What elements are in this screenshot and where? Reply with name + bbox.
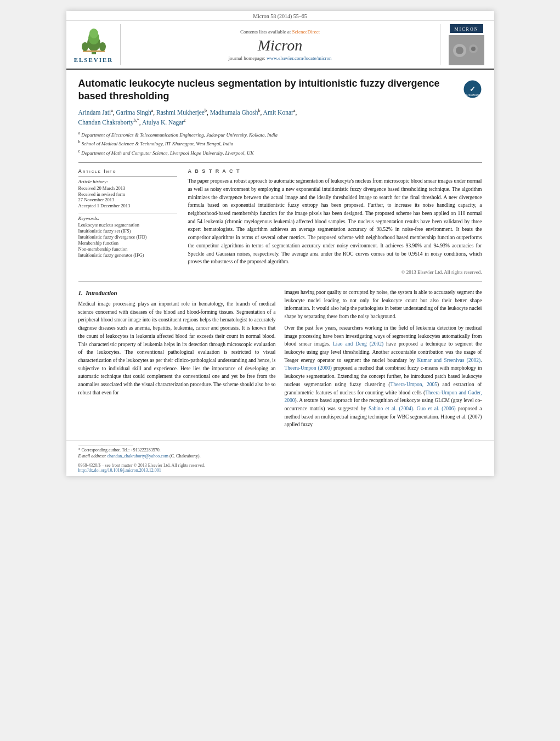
body-section: 1. Introduction Medical image processing…: [78, 289, 482, 432]
micron-box: micron: [450, 24, 483, 33]
homepage-link[interactable]: www.elsevier.com/locate/micron: [267, 55, 331, 61]
received-date: Received 20 March 2013: [78, 185, 177, 191]
keyword-3: Intuitionistic fuzzy divergence (IFD): [78, 234, 177, 240]
journal-right: micron: [445, 24, 489, 65]
journal-name: Micron: [258, 37, 302, 54]
footnote-email[interactable]: chandan_chakraborty@yahoo.com: [108, 454, 169, 459]
author-nagar[interactable]: Atulya K. Nagar: [142, 119, 184, 126]
footnote-email-name: (C. Chakraborty).: [169, 454, 201, 459]
keyword-1: Leukocyte nucleus segmentation: [78, 222, 177, 228]
body-col-right: images having poor quality or corrupted …: [285, 289, 482, 432]
authors-line: Arindam Jatia, Garima Singha, Rashmi Muk…: [78, 108, 482, 128]
micron-cover-image: [449, 35, 484, 65]
elsevier-wordmark: ELSEVIER: [74, 56, 114, 63]
author-konar[interactable]: Amit Konar: [263, 109, 293, 116]
intro-para-2: images having poor quality or corrupted …: [285, 289, 482, 321]
info-abstract-section: Article Info Article history: Received 2…: [78, 162, 482, 275]
author-ghosh[interactable]: Madhumala Ghosh: [210, 109, 258, 116]
author-singh[interactable]: Garima Singh: [116, 109, 151, 116]
svg-text:CrossMark: CrossMark: [466, 93, 479, 97]
keyword-6: Intuitionistic fuzzy generator (IFG): [78, 252, 177, 258]
ref-sabino[interactable]: Sabino et al. (2004): [369, 406, 413, 411]
footnote-corresponding: * Corresponding author. Tel.: +913222283…: [78, 447, 482, 459]
svg-point-9: [456, 47, 463, 54]
intro-title: 1. Introduction: [78, 289, 276, 298]
journal-center: Contents lists available at ScienceDirec…: [120, 24, 440, 65]
keywords-label: Keywords:: [78, 216, 177, 221]
contents-text: Contents lists available at ScienceDirec…: [240, 29, 320, 35]
keyword-2: Intuitionistic fuzzy set (IFS): [78, 228, 177, 234]
author-chakraborty[interactable]: Chandan Chakraborty: [78, 119, 134, 126]
homepage-text: journal homepage: www.elsevier.com/locat…: [229, 55, 332, 61]
svg-text:✓: ✓: [470, 85, 476, 93]
article-title: Automatic leukocyte nucleus segmentation…: [78, 77, 457, 103]
doi-link[interactable]: http://dx.doi.org/10.1016/j.micron.2013.…: [78, 468, 482, 473]
intro-para-1: Medical image processing plays an import…: [78, 300, 276, 397]
abstract-header: A B S T R A C T: [188, 168, 482, 174]
ref-theera-gader[interactable]: Theera-Umpon and Gader, 2000: [285, 390, 482, 404]
revised-date: Received in revised form27 November 2013: [78, 191, 177, 202]
journal-id: Micron 58 (2014) 55–65: [253, 13, 307, 19]
abstract-text: The paper proposes a robust approach to …: [188, 177, 482, 266]
body-col-left: 1. Introduction Medical image processing…: [78, 289, 276, 432]
article-content: Automatic leukocyte nucleus segmentation…: [66, 70, 494, 440]
footer-issn: 0968-4328/$ – see front matter © 2013 El…: [78, 463, 482, 473]
elsevier-tree-icon: [77, 27, 110, 55]
page-footer: * Corresponding author. Tel.: +913222283…: [66, 440, 494, 476]
top-bar: Micron 58 (2014) 55–65: [66, 11, 494, 21]
author-jati[interactable]: Arindam Jati: [78, 109, 111, 116]
svg-point-6: [99, 42, 106, 51]
author-mukherjee[interactable]: Rashmi Mukherjee: [156, 109, 205, 116]
svg-point-11: [471, 47, 476, 51]
article-history-block: Article history: Received 20 March 2013 …: [78, 176, 177, 208]
keywords-block: Keywords: Leukocyte nucleus segmentation…: [78, 213, 177, 258]
affiliations: a Department of Electronics & Telecommun…: [78, 130, 482, 157]
elsevier-logo: ELSEVIER: [72, 24, 116, 65]
keyword-5: Non-membership function: [78, 246, 177, 252]
sciencedirect-link[interactable]: ScienceDirect: [292, 29, 320, 35]
article-info-header: Article Info: [78, 168, 177, 174]
article-info-col: Article Info Article history: Received 2…: [78, 168, 177, 275]
ref-guo[interactable]: Guo et al. (2006): [417, 406, 456, 411]
ref-theera-2000[interactable]: Theera-Umpon (2000): [285, 365, 332, 371]
crossmark-icon[interactable]: ✓ CrossMark: [463, 80, 482, 99]
svg-point-5: [82, 42, 88, 51]
section-divider: [78, 281, 482, 282]
keyword-4: Membership function: [78, 240, 177, 246]
ref-theera-2005[interactable]: Theera-Umpon, 2005: [391, 382, 438, 387]
journal-header: ELSEVIER Contents lists available at Sci…: [66, 21, 494, 70]
article-page: Micron 58 (2014) 55–65 ELSEVIER Contents…: [66, 11, 494, 476]
intro-para-3: Over the past few years, researchers wor…: [285, 324, 482, 429]
email-label: E-mail address:: [78, 454, 108, 459]
title-section: Automatic leukocyte nucleus segmentation…: [78, 77, 482, 103]
footnote-divider: [78, 445, 133, 445]
copyright-line: © 2013 Elsevier Ltd. All rights reserved…: [188, 269, 482, 275]
accepted-date: Accepted 1 December 2013: [78, 203, 177, 208]
ref-kumar-sreenivas[interactable]: Kumar and Sreenivas (2002): [417, 358, 481, 363]
ref-liao-deng[interactable]: Liao and Deng (2002): [333, 341, 383, 347]
abstract-col: A B S T R A C T The paper proposes a rob…: [188, 168, 482, 275]
svg-point-3: [89, 29, 98, 38]
history-label: Article history:: [78, 179, 177, 184]
